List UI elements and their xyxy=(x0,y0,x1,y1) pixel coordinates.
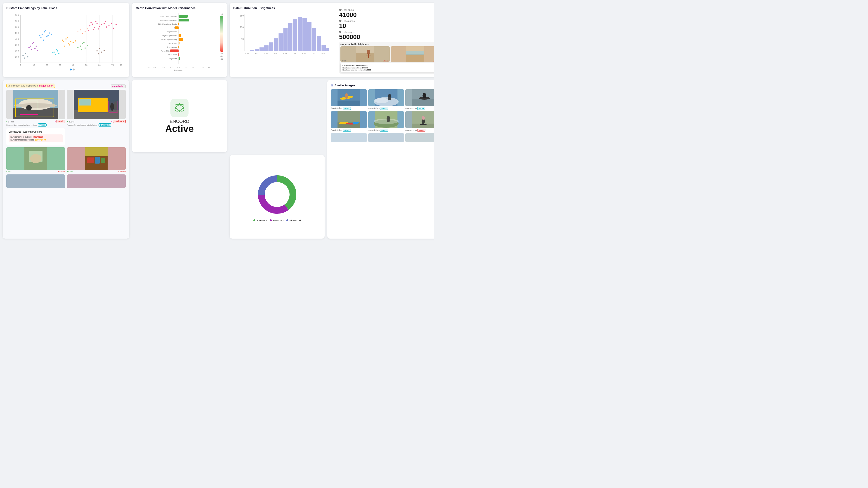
svg-rect-177 xyxy=(356,53,374,62)
svg-point-236 xyxy=(386,116,390,122)
svg-point-98 xyxy=(22,55,24,56)
svg-point-223 xyxy=(388,94,391,100)
svg-point-34 xyxy=(89,25,90,26)
svg-point-101 xyxy=(24,57,25,59)
svg-point-92 xyxy=(52,52,53,53)
svg-text:0.2: 0.2 xyxy=(185,67,187,68)
metric-svg: -1.0 -0.8 -0.4 -0.2 0.0 0.2 0.4 0.8 1.0 … xyxy=(135,12,219,71)
similar-image-5[interactable]: Annotated as Surfer xyxy=(368,111,404,132)
svg-rect-139 xyxy=(179,42,180,44)
severe-value: 3/5000 xyxy=(362,67,368,69)
legend-annotator2: Annotator 2 xyxy=(270,219,284,222)
svg-rect-138 xyxy=(179,38,183,41)
svg-text:0.60: 0.60 xyxy=(293,53,297,55)
svg-text:-0.2: -0.2 xyxy=(170,67,173,68)
svg-rect-142 xyxy=(178,53,179,56)
logo-svg xyxy=(174,102,186,114)
svg-text:0.12: 0.12 xyxy=(255,53,258,55)
annotator1-dot xyxy=(253,219,255,221)
svg-text:1.0: 1.0 xyxy=(208,67,210,68)
svg-text:20: 20 xyxy=(46,64,48,66)
svg-text:100: 100 xyxy=(240,26,244,29)
thumb2-severity: ● Severe xyxy=(119,170,126,173)
similar-image-4[interactable]: Annotated as Surfer xyxy=(331,111,367,132)
svg-point-50 xyxy=(113,28,114,29)
svg-text:40: 40 xyxy=(72,64,74,66)
svg-text:Object Area - Relative: Object Area - Relative xyxy=(160,15,177,18)
svg-text:Correlation: Correlation xyxy=(174,69,183,71)
svg-point-58 xyxy=(48,35,49,36)
svg-point-106 xyxy=(87,29,88,29)
svg-point-209 xyxy=(182,108,184,109)
image1-reason: Reason: No overlapping label of class Tr… xyxy=(6,123,65,127)
svg-point-38 xyxy=(99,26,100,27)
svg-rect-140 xyxy=(178,46,179,48)
svg-point-73 xyxy=(82,43,83,44)
svg-text:0.72: 0.72 xyxy=(303,53,306,55)
svg-rect-133 xyxy=(179,19,189,22)
svg-rect-217 xyxy=(338,101,360,106)
svg-point-235 xyxy=(374,119,399,124)
scatter-plot-title: Custom Embeddings by Label Class xyxy=(6,6,126,10)
distribution-card: Data Distribution - Brightness 150 100 5… xyxy=(230,3,434,77)
svg-text:30: 30 xyxy=(59,64,61,66)
svg-point-39 xyxy=(93,29,94,30)
error-header: ⚠ Incorrect label marked with magenta bo… xyxy=(6,84,126,88)
svg-rect-135 xyxy=(175,26,179,29)
surfer2-svg xyxy=(368,89,404,106)
similar-images-title: Similar images xyxy=(335,84,355,87)
svg-rect-157 xyxy=(283,28,288,51)
svg-text:0.84: 0.84 xyxy=(312,53,315,55)
svg-point-104 xyxy=(82,33,83,34)
scatter-plot-card: Custom Embeddings by Label Class xyxy=(3,3,129,77)
svg-text:10: 10 xyxy=(33,64,35,66)
svg-text:150: 150 xyxy=(240,14,244,17)
scatter-plot-area: 800 700 600 500 400 300 200 100 0 10 20 … xyxy=(6,12,126,71)
error-image-2: ♦ 12543 P Backpack Reason: No overlappin… xyxy=(67,90,126,127)
svg-point-36 xyxy=(94,27,95,28)
svg-point-35 xyxy=(92,24,93,25)
svg-point-88 xyxy=(56,49,57,50)
no-of-images-label: No. of images xyxy=(339,31,434,33)
svg-point-76 xyxy=(84,42,85,43)
svg-point-59 xyxy=(49,32,50,33)
svg-rect-134 xyxy=(178,23,179,25)
svg-point-211 xyxy=(179,111,180,112)
svg-rect-162 xyxy=(307,22,311,51)
svg-rect-203 xyxy=(87,158,94,163)
svg-point-107 xyxy=(70,68,72,70)
svg-point-105 xyxy=(85,31,86,32)
surfer4-badge: Surfer xyxy=(343,129,351,132)
severe-outlier-text: Number severe outliers: xyxy=(10,136,32,138)
svg-point-65 xyxy=(64,45,65,46)
svg-point-91 xyxy=(57,51,58,52)
skater-svg xyxy=(405,111,434,128)
svg-point-99 xyxy=(25,53,26,54)
logo-text-active: Active xyxy=(165,124,194,133)
surfer5-svg xyxy=(368,111,404,128)
image1-id: 17344 xyxy=(8,121,14,123)
svg-point-57 xyxy=(45,30,46,31)
legend-annotator1: Annotator 1 xyxy=(253,219,267,222)
svg-point-89 xyxy=(58,53,59,54)
micromodel-label: Micro-model xyxy=(289,219,301,222)
image2-id: 12543 xyxy=(69,121,74,123)
svg-point-200 xyxy=(30,154,41,163)
similar-images-card: ⊞ Similar images Annotated as Surfe xyxy=(327,80,434,238)
similar-image-2[interactable]: Annotated as Surfer xyxy=(368,89,404,110)
similar-image-6[interactable]: Annotated as Skater xyxy=(405,111,434,132)
svg-text:0.00: 0.00 xyxy=(245,53,249,55)
no-of-classes-label: No. of classes xyxy=(339,20,434,22)
svg-point-222 xyxy=(375,98,388,103)
svg-point-43 xyxy=(90,22,92,23)
similar-image-3[interactable]: Annotated as Surfer xyxy=(405,89,434,110)
svg-point-68 xyxy=(62,39,63,41)
thumb-graffiti-svg xyxy=(67,147,126,170)
svg-point-48 xyxy=(108,25,110,26)
skater-badge: Skater xyxy=(417,129,426,132)
svg-point-47 xyxy=(105,21,106,22)
similar-image-1[interactable]: Annotated as Surfer xyxy=(331,89,367,110)
encord-active-logo-card: ENCORD Active xyxy=(132,80,227,152)
svg-text:Blue Values: Blue Values xyxy=(168,42,177,44)
svg-rect-160 xyxy=(298,17,302,51)
